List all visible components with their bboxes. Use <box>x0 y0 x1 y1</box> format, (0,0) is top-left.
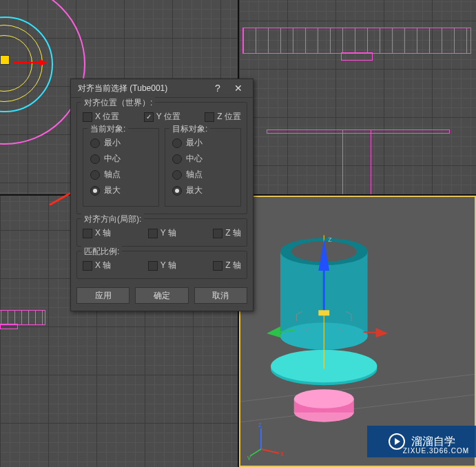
ok-button[interactable]: 确定 <box>135 287 188 304</box>
close-button[interactable]: ✕ <box>228 81 249 96</box>
radio-label: 中心 <box>104 153 121 165</box>
geom-rect-2 <box>342 129 371 194</box>
align-dialog: 对齐当前选择 (Tube001) ? ✕ 对齐位置（世界）: X 位置 Y 位置… <box>70 79 253 311</box>
svg-marker-15 <box>267 326 280 338</box>
subgroup-current-object: 当前对象: 最小 中心 轴点 最大 <box>83 128 159 207</box>
subgroup-label-current: 当前对象: <box>87 123 128 135</box>
subgroup-label-target: 目标对象: <box>169 123 210 135</box>
checkbox-label: Z 轴 <box>225 260 241 271</box>
geom-rect-3 <box>267 129 450 134</box>
group-align-orientation: 对齐方向(局部): X 轴 Y 轴 Z 轴 <box>76 218 247 247</box>
group-align-position: 对齐位置（世界）: X 位置 Y 位置 Z 位置 当前对象: 最小 中心 轴点 … <box>76 102 247 214</box>
checkbox-icon <box>83 112 92 122</box>
viewport-front[interactable] <box>239 0 477 194</box>
dialog-titlebar[interactable]: 对齐当前选择 (Tube001) ? ✕ <box>71 79 253 98</box>
radio-icon <box>90 170 100 180</box>
checkbox-icon <box>83 229 92 238</box>
group-label-position: 对齐位置（世界）: <box>81 97 155 109</box>
checkbox-icon <box>144 112 154 122</box>
checkbox-label: Y 位置 <box>156 111 180 123</box>
radio-current-center[interactable]: 中心 <box>90 153 152 165</box>
checkbox-icon <box>213 229 223 238</box>
watermark: 溜溜自学 ZIXUE.3D66.COM <box>367 426 476 457</box>
checkbox-x-position[interactable]: X 位置 <box>83 111 119 123</box>
gizmo-center <box>0 55 10 65</box>
svg-point-4 <box>293 389 353 408</box>
gizmo-z-label: z <box>328 235 332 243</box>
radio-target-min[interactable]: 最小 <box>172 137 234 149</box>
radio-target-pivot[interactable]: 轴点 <box>172 169 234 180</box>
checkbox-label: X 轴 <box>95 260 111 271</box>
radio-icon <box>90 186 100 196</box>
radio-label: 最大 <box>104 185 121 196</box>
group-match-scale: 匹配比例: X 轴 Y 轴 Z 轴 <box>76 251 247 279</box>
geom-rect-4 <box>0 324 18 329</box>
watermark-sub: ZIXUE.3D66.COM <box>403 447 469 455</box>
radio-label: 轴点 <box>186 169 203 180</box>
checkbox-icon <box>205 112 214 122</box>
checkbox-label: Y 轴 <box>161 227 176 239</box>
radio-icon <box>90 154 100 164</box>
tripod-x: x <box>280 450 284 457</box>
checkbox-icon <box>148 229 158 238</box>
tripod-z: z <box>258 421 262 428</box>
checkbox-label: Z 轴 <box>225 227 241 239</box>
checkbox-z-position[interactable]: Z 位置 <box>205 111 241 123</box>
axis-tripod: z y x <box>247 419 289 460</box>
apply-button[interactable]: 应用 <box>76 287 130 304</box>
radio-label: 最小 <box>104 137 121 149</box>
svg-marker-25 <box>395 438 400 445</box>
svg-line-21 <box>261 449 279 453</box>
checkbox-orient-x[interactable]: X 轴 <box>83 227 111 239</box>
tripod-y: y <box>247 454 251 460</box>
cancel-button[interactable]: 取消 <box>194 287 247 304</box>
group-label-orientation: 对齐方向(局部): <box>81 214 144 225</box>
group-label-scale: 匹配比例: <box>81 246 122 258</box>
radio-label: 轴点 <box>104 169 121 180</box>
svg-line-18 <box>363 332 375 333</box>
svg-rect-14 <box>318 310 329 315</box>
svg-line-1 <box>240 395 475 422</box>
checkbox-label: X 轴 <box>95 227 111 239</box>
radio-current-min[interactable]: 最小 <box>90 137 152 149</box>
radio-label: 最小 <box>186 137 203 149</box>
checkbox-scale-x[interactable]: X 轴 <box>83 260 111 271</box>
checkbox-icon <box>83 261 92 271</box>
radio-label: 最大 <box>186 185 203 196</box>
radio-label: 中心 <box>186 153 203 165</box>
checkbox-y-position[interactable]: Y 位置 <box>144 111 180 123</box>
subgroup-target-object: 目标对象: 最小 中心 轴点 最大 <box>165 128 241 207</box>
checkbox-orient-z[interactable]: Z 轴 <box>213 227 241 239</box>
radio-icon <box>172 186 182 196</box>
geom-rect-1 <box>341 52 373 61</box>
checkbox-label: Z 位置 <box>217 111 241 123</box>
checkbox-icon <box>213 261 223 271</box>
radio-target-center[interactable]: 中心 <box>172 153 234 165</box>
radio-icon <box>90 138 100 148</box>
radio-target-max[interactable]: 最大 <box>172 185 234 196</box>
checkbox-scale-z[interactable]: Z 轴 <box>213 260 241 271</box>
radio-icon <box>172 138 182 148</box>
help-button[interactable]: ? <box>207 81 228 96</box>
checkbox-orient-y[interactable]: Y 轴 <box>148 227 176 239</box>
dialog-title: 对齐当前选择 (Tube001) <box>78 83 207 94</box>
svg-line-20 <box>250 449 261 456</box>
radio-icon <box>172 154 182 164</box>
checkbox-label: X 位置 <box>95 111 119 123</box>
geom-tube-section-2 <box>0 310 45 325</box>
radio-icon <box>172 170 182 180</box>
gizmo-x-arrow <box>14 62 41 63</box>
checkbox-label: Y 轴 <box>161 260 176 271</box>
geom-tube-section <box>242 28 471 54</box>
radio-current-pivot[interactable]: 轴点 <box>90 169 152 180</box>
radio-current-max[interactable]: 最大 <box>90 185 152 196</box>
svg-marker-17 <box>375 328 388 338</box>
checkbox-icon <box>148 261 158 271</box>
checkbox-scale-y[interactable]: Y 轴 <box>148 260 176 271</box>
